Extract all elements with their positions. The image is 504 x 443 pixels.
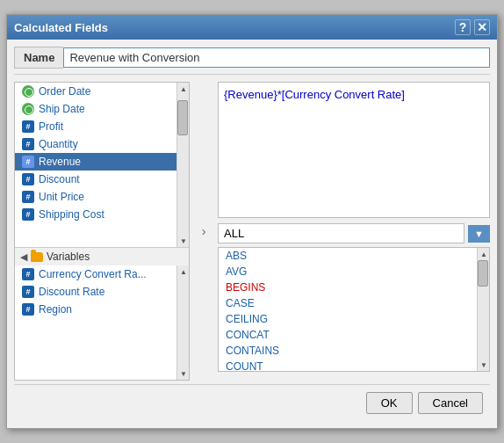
measure-icon-currency: # [22, 268, 34, 280]
cancel-button[interactable]: Cancel [418, 392, 483, 414]
variables-scroll: # Currency Convert Ra... # Discount Rate… [15, 265, 176, 380]
function-dropdown-arrow[interactable]: ▼ [468, 225, 490, 243]
function-item-concat[interactable]: CONCAT [219, 327, 477, 343]
name-label: Name [14, 47, 63, 69]
function-item-abs[interactable]: ABS [219, 248, 477, 264]
fields-list-container: Order Date Ship Date # Profit [15, 83, 189, 247]
fields-section: Order Date Ship Date # Profit [15, 83, 189, 247]
formula-text: {Revenue}*[Currency Convert Rate] [224, 88, 405, 101]
titlebar-icons: ? ✕ [455, 19, 490, 35]
field-item-unit-price[interactable]: # Unit Price [15, 188, 176, 206]
variables-section: ◀ Variables # Currency Convert Ra... # [15, 247, 189, 380]
main-content: Order Date Ship Date # Profit [14, 82, 490, 381]
field-label-ship-date: Ship Date [39, 103, 85, 115]
folder-icon [31, 252, 43, 262]
func-scrollbar-thumb[interactable] [478, 260, 488, 287]
func-scroll-down[interactable]: ▼ [478, 359, 490, 371]
variable-item-currency-convert-rate[interactable]: # Currency Convert Ra... [15, 265, 176, 283]
variable-item-discount-rate[interactable]: # Discount Rate [15, 283, 176, 301]
field-label-revenue: Revenue [39, 156, 81, 168]
field-label-shipping-cost: Shipping Cost [39, 208, 104, 221]
measure-icon-revenue: # [22, 156, 34, 168]
scroll-down-arrow[interactable]: ▼ [177, 235, 189, 247]
function-list-container: ABS AVG BEGINS CASE CEILING CONCAT CONTA… [218, 247, 490, 372]
variables-header[interactable]: ◀ Variables [15, 248, 189, 265]
dialog-footer: OK Cancel [14, 384, 490, 421]
function-controls: ▼ ABS AVG BEGINS CASE CEILING CONCAT CON… [218, 223, 490, 372]
measure-icon-profit: # [22, 120, 34, 133]
function-dropdown-row: ▼ [218, 223, 490, 243]
function-item-avg[interactable]: AVG [219, 264, 477, 280]
titlebar-left: Calculated Fields [14, 21, 108, 34]
func-scroll-up[interactable]: ▲ [478, 248, 490, 260]
field-item-ship-date[interactable]: Ship Date [15, 100, 176, 118]
vars-scrollbar[interactable]: ▲ ▼ [176, 265, 189, 380]
vars-scroll-up[interactable]: ▲ [177, 265, 190, 278]
dialog-titlebar: Calculated Fields ? ✕ [7, 15, 497, 40]
functions-scrollbar[interactable]: ▲ ▼ [477, 248, 489, 371]
function-list: ABS AVG BEGINS CASE CEILING CONCAT CONTA… [219, 248, 477, 371]
formula-box[interactable]: {Revenue}*[Currency Convert Rate] [218, 82, 490, 218]
field-item-shipping-cost[interactable]: # Shipping Cost [15, 206, 176, 223]
scrollbar-thumb[interactable] [177, 100, 188, 135]
dialog-title: Calculated Fields [14, 21, 108, 34]
function-item-count[interactable]: COUNT [219, 359, 477, 371]
variable-label-discount-rate: Discount Rate [39, 286, 104, 298]
date-icon-ship-date [22, 103, 34, 115]
variables-label: Variables [47, 251, 90, 263]
field-label-discount: Discount [39, 173, 80, 185]
field-label-unit-price: Unit Price [39, 191, 84, 203]
vars-scroll-down[interactable]: ▼ [177, 367, 190, 380]
variables-list-container: # Currency Convert Ra... # Discount Rate… [15, 265, 189, 380]
measure-icon-discount: # [22, 173, 34, 185]
field-label-quantity: Quantity [39, 138, 78, 150]
field-item-order-date[interactable]: Order Date [15, 83, 176, 100]
field-label-order-date: Order Date [39, 85, 90, 98]
measure-icon-unit-price: # [22, 191, 34, 203]
name-input[interactable] [63, 47, 490, 68]
function-item-case[interactable]: CASE [219, 295, 477, 311]
variable-item-region[interactable]: # Region [15, 301, 176, 318]
date-icon-order-date [22, 85, 34, 98]
fields-scrollbar[interactable]: ▲ ▼ [176, 83, 189, 247]
name-row: Name [14, 47, 490, 75]
measure-icon-discount-rate: # [22, 286, 34, 298]
calculated-fields-dialog: Calculated Fields ? ✕ Name Or [6, 14, 498, 429]
field-item-discount[interactable]: # Discount [15, 171, 176, 188]
insert-arrow[interactable]: › [202, 224, 206, 238]
function-item-begins[interactable]: BEGINS [219, 280, 477, 295]
dialog-body: Name Order Date Shi [7, 40, 497, 428]
field-label-profit: Profit [39, 120, 63, 133]
left-panel: Order Date Ship Date # Profit [14, 82, 190, 381]
variable-label-currency: Currency Convert Ra... [39, 268, 147, 280]
ok-button[interactable]: OK [366, 392, 413, 414]
right-panel: {Revenue}*[Currency Convert Rate] ▼ ABS … [218, 82, 490, 381]
scroll-up-arrow[interactable]: ▲ [177, 83, 189, 95]
arrow-panel: › [195, 82, 212, 381]
help-icon[interactable]: ? [455, 19, 471, 35]
function-category-input[interactable] [218, 223, 464, 243]
field-item-profit[interactable]: # Profit [15, 118, 176, 135]
measure-icon-shipping-cost: # [22, 208, 34, 221]
variable-label-region: Region [39, 303, 72, 316]
function-item-ceiling[interactable]: CEILING [219, 311, 477, 327]
close-icon[interactable]: ✕ [474, 19, 490, 35]
fields-scroll: Order Date Ship Date # Profit [15, 83, 176, 247]
measure-icon-region: # [22, 303, 34, 316]
function-item-contains[interactable]: CONTAINS [219, 343, 477, 359]
field-item-revenue[interactable]: # Revenue [15, 153, 176, 171]
measure-icon-quantity: # [22, 138, 34, 150]
field-item-quantity[interactable]: # Quantity [15, 135, 176, 153]
